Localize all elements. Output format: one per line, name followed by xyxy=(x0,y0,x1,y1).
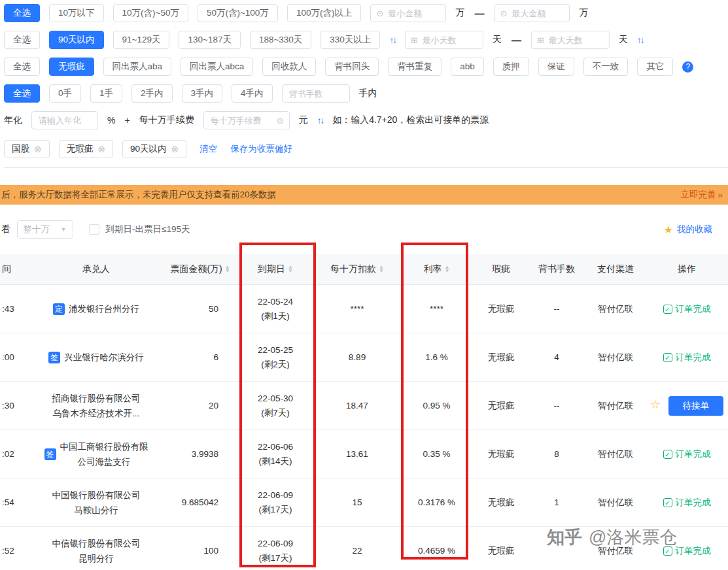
remove-tag-icon[interactable]: ⊗ xyxy=(34,144,42,154)
max-days-input[interactable] xyxy=(547,35,604,46)
amount-filter-option-0[interactable]: 全选 xyxy=(4,4,40,22)
column-header-7: 背书手数 xyxy=(528,254,585,285)
operation-cell: ✓订单完成 xyxy=(646,478,728,527)
clear-filters-link[interactable]: 清空 xyxy=(199,143,217,155)
endorse-filter-option-2[interactable]: 1手 xyxy=(90,84,122,103)
sort-caret-icon[interactable]: ▲▼ xyxy=(288,265,293,273)
min-amount-input[interactable] xyxy=(387,8,440,19)
acceptor-badge-icon: 签 xyxy=(44,448,56,460)
days-filter-option-3[interactable]: 130~187天 xyxy=(179,31,240,49)
column-header-3[interactable]: 到期日▲▼ xyxy=(235,254,315,285)
rate-input[interactable] xyxy=(37,115,92,126)
flaw-filter-option-2[interactable]: 回出票人aba xyxy=(103,58,172,76)
days-filter-option-0[interactable]: 全选 xyxy=(4,31,40,49)
due-range-checkbox[interactable] xyxy=(89,224,99,235)
face-amount-cell: 20 xyxy=(165,382,235,430)
fee-input[interactable] xyxy=(209,115,273,126)
min-days-input[interactable] xyxy=(421,35,477,46)
pay-channel-cell: 智付亿联 xyxy=(585,382,646,430)
column-header-4[interactable]: 每十万扣款▲▼ xyxy=(315,254,399,285)
money-icon: ⊙ xyxy=(500,8,507,18)
flaw-filter-option-0[interactable]: 全选 xyxy=(4,58,40,76)
deduction-cell: 22 xyxy=(315,527,399,570)
column-header-2[interactable]: 票面金额(万)▲▼ xyxy=(165,254,235,285)
min-amount-field[interactable]: ⊙ xyxy=(370,4,446,22)
flaw-filter-option-1[interactable]: 无瑕疵 xyxy=(49,58,94,76)
days-filter-option-5[interactable]: 330天以上 xyxy=(321,31,380,49)
flaw-filter-option-4[interactable]: 回收款人 xyxy=(262,58,316,76)
endorse-count-input[interactable] xyxy=(288,88,344,99)
sort-caret-icon[interactable]: ▲▼ xyxy=(445,265,450,273)
acceptor-name-line: 乌鲁木齐经济技术开... xyxy=(52,406,141,421)
amount-round-dropdown[interactable]: 整十万 ▼ xyxy=(17,220,73,239)
flaw-filter-option-7[interactable]: abb xyxy=(451,58,484,76)
days-sort-icon[interactable]: ↑↓ xyxy=(389,35,396,45)
column-header-label: 背书手数 xyxy=(538,263,575,275)
save-preference-link[interactable]: 保存为收票偏好 xyxy=(230,143,292,155)
max-amount-field[interactable]: ⊙ xyxy=(494,4,570,22)
endorse-count-cell: 1 xyxy=(528,478,585,527)
acceptor-name-line: 兴业银行哈尔滨分行 xyxy=(64,350,144,365)
flaw-filter-option-11[interactable]: 其它 xyxy=(637,58,673,76)
due-date: 22-05-24 xyxy=(235,295,315,309)
sort-caret-icon[interactable]: ▲▼ xyxy=(225,265,230,273)
min-days-field[interactable]: ⊞ xyxy=(405,31,483,49)
max-amount-input[interactable] xyxy=(510,8,564,19)
order-complete-icon: ✓ xyxy=(663,450,672,459)
flaw-filter-option-6[interactable]: 背书重复 xyxy=(388,58,442,76)
rate-field[interactable] xyxy=(31,111,98,129)
remove-tag-icon[interactable]: ⊗ xyxy=(97,144,105,154)
selected-tag-label: 无瑕疵 xyxy=(67,143,94,155)
endorse-filter-option-1[interactable]: 0手 xyxy=(49,84,81,103)
endorse-count-field[interactable] xyxy=(282,84,350,103)
remove-tag-icon[interactable]: ⊗ xyxy=(171,144,179,154)
acceptor-name-line: 中国工商银行股份有限 xyxy=(60,439,148,454)
days-filter-option-4[interactable]: 188~330天 xyxy=(250,31,311,49)
endorse-filter-option-5[interactable]: 4手内 xyxy=(232,84,273,103)
order-complete-link[interactable]: ✓订单完成 xyxy=(663,448,711,460)
deduction-cell: 8.89 xyxy=(315,333,399,382)
due-date: 22-06-09 xyxy=(235,488,315,503)
due-days-left: (剩17天) xyxy=(235,551,315,565)
help-icon[interactable]: ? xyxy=(682,61,693,73)
amount-filter-option-1[interactable]: 10万以下 xyxy=(49,4,104,22)
amount-filter-option-2[interactable]: 10万(含)~50万 xyxy=(113,4,188,22)
order-complete-link[interactable]: ✓订单完成 xyxy=(663,352,711,363)
complete-profile-link[interactable]: 立即完善 » xyxy=(680,189,723,201)
column-header-label: 到期日 xyxy=(258,263,285,275)
flaw-filter-option-8[interactable]: 质押 xyxy=(493,58,529,76)
time-cell: :00 xyxy=(0,333,27,382)
acceptor-name: 中国银行股份有限公司马鞍山分行 xyxy=(52,488,141,518)
endorse-filter-option-0[interactable]: 全选 xyxy=(4,84,40,103)
column-header-label: 支付渠道 xyxy=(597,263,634,275)
flaw-filter-option-10[interactable]: 不一致 xyxy=(583,58,629,76)
endorse-filter-option-4[interactable]: 3手内 xyxy=(182,84,223,103)
amount-filter-option-3[interactable]: 50万(含)~100万 xyxy=(198,4,278,22)
days-filter-option-2[interactable]: 91~129天 xyxy=(113,31,170,49)
fee-field[interactable]: ⊙ xyxy=(203,111,290,129)
favorite-star-icon[interactable]: ☆ xyxy=(650,398,661,411)
acceptor-cell: 中信银行股份有限公司昆明分行 xyxy=(27,527,165,570)
order-complete-link[interactable]: ✓订单完成 xyxy=(663,303,711,315)
order-complete-link[interactable]: ✓订单完成 xyxy=(663,497,711,509)
endorse-filter-option-3[interactable]: 2手内 xyxy=(131,84,173,103)
days-range-sort-icon[interactable]: ↑↓ xyxy=(637,35,644,45)
selected-tag-1: 无瑕疵⊗ xyxy=(59,140,113,158)
days-filter-option-1[interactable]: 90天以内 xyxy=(49,31,104,49)
selected-tag-2: 90天以内⊗ xyxy=(122,140,186,158)
acceptor-cell: 招商银行股份有限公司乌鲁木齐经济技术开... xyxy=(27,382,165,430)
endorse-count-cell: -- xyxy=(528,382,585,430)
rate-sort-icon[interactable]: ↑↓ xyxy=(317,116,324,126)
sort-caret-icon[interactable]: ▲▼ xyxy=(379,265,384,273)
my-favorites-button[interactable]: ★ 我的收藏 xyxy=(664,224,712,236)
flaw-filter-option-3[interactable]: 回出票人abca xyxy=(181,58,253,76)
flaw-filter-option-9[interactable]: 保证 xyxy=(538,58,574,76)
max-days-field[interactable]: ⊞ xyxy=(531,31,610,49)
flaw-filter-option-5[interactable]: 背书回头 xyxy=(325,58,379,76)
section-divider xyxy=(4,167,728,168)
filter-panel: 全选10万以下10万(含)~50万50万(含)~100万100万(含)以上 ⊙ … xyxy=(0,0,728,168)
acceptor-name-line: 浦发银行台州分行 xyxy=(69,301,139,316)
amount-filter-option-4[interactable]: 100万(含)以上 xyxy=(287,4,362,22)
column-header-5[interactable]: 利率▲▼ xyxy=(399,254,474,285)
accept-order-button[interactable]: 待接单 xyxy=(668,396,724,416)
